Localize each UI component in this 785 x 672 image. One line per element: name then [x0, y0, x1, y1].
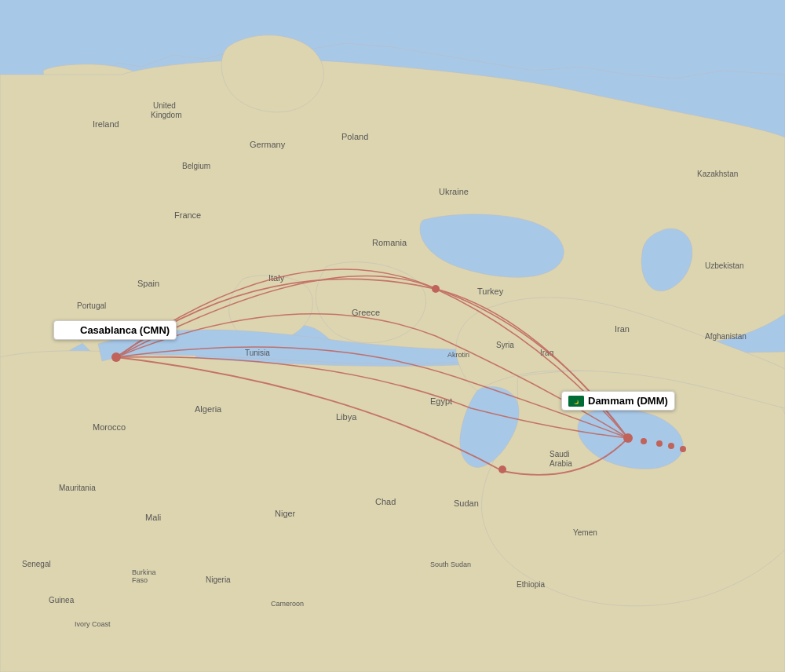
svg-text:Guinea: Guinea	[49, 596, 75, 604]
svg-text:Burkina: Burkina	[132, 568, 156, 576]
waypoint-dammam-1	[641, 438, 647, 444]
svg-text:Tunisia: Tunisia	[245, 349, 270, 357]
dammam-label-text: Dammam (DMM)	[588, 395, 668, 407]
waypoint-dammam-2	[656, 440, 663, 447]
svg-text:Ireland: Ireland	[93, 119, 119, 129]
svg-text:Faso: Faso	[132, 576, 148, 584]
svg-text:Chad: Chad	[375, 497, 396, 506]
waypoint-dammam-4	[680, 446, 686, 452]
svg-text:Portugal: Portugal	[77, 301, 106, 310]
svg-text:Yemen: Yemen	[573, 528, 597, 537]
waypoint-dammam-3	[668, 443, 674, 449]
svg-text:Germany: Germany	[250, 140, 286, 149]
svg-text:Niger: Niger	[275, 509, 296, 518]
svg-text:Ivory Coast: Ivory Coast	[75, 620, 111, 628]
svg-text:Saudi: Saudi	[550, 450, 570, 458]
waypoint-greece	[432, 285, 440, 293]
svg-text:Akrotiri: Akrotiri	[447, 351, 469, 359]
svg-text:Sudan: Sudan	[454, 499, 479, 508]
casablanca-flag	[60, 325, 76, 336]
svg-text:Turkey: Turkey	[477, 287, 504, 296]
casablanca-airport-label: Casablanca (CMN)	[53, 320, 177, 340]
svg-text:🌙: 🌙	[574, 400, 579, 405]
svg-text:Afghanistan: Afghanistan	[705, 332, 747, 341]
svg-text:Nigeria: Nigeria	[206, 575, 231, 584]
svg-text:Morocco: Morocco	[93, 422, 126, 432]
svg-text:France: France	[174, 210, 201, 220]
svg-text:Ethiopia: Ethiopia	[517, 580, 546, 589]
svg-text:Libya: Libya	[336, 412, 357, 422]
svg-text:Ukraine: Ukraine	[439, 187, 469, 196]
svg-text:Cameroon: Cameroon	[271, 600, 304, 608]
dammam-flag: 🌙	[568, 396, 584, 407]
svg-text:Mali: Mali	[145, 513, 161, 522]
svg-text:Senegal: Senegal	[22, 560, 51, 568]
svg-text:Belgium: Belgium	[182, 162, 210, 170]
svg-text:Romania: Romania	[372, 238, 407, 247]
svg-text:Kingdom: Kingdom	[151, 111, 181, 119]
map-container: Ireland United Kingdom Belgium Germany P…	[0, 0, 785, 672]
svg-text:Syria: Syria	[496, 341, 514, 349]
waypoint-redsea	[498, 466, 506, 473]
svg-text:Kazakhstan: Kazakhstan	[697, 170, 738, 178]
svg-text:Arabia: Arabia	[550, 459, 572, 468]
svg-text:United: United	[153, 101, 176, 110]
waypoint-dammam-center	[623, 433, 633, 443]
svg-text:Spain: Spain	[137, 279, 159, 288]
svg-text:South Sudan: South Sudan	[430, 561, 471, 568]
waypoint-casablanca	[111, 352, 121, 362]
svg-text:Mauritania: Mauritania	[59, 484, 96, 492]
svg-text:Iran: Iran	[615, 324, 630, 334]
svg-text:Poland: Poland	[341, 132, 368, 141]
svg-text:Algeria: Algeria	[195, 404, 222, 414]
casablanca-label-text: Casablanca (CMN)	[80, 324, 170, 336]
svg-text:Uzbekistan: Uzbekistan	[705, 261, 743, 270]
dammam-airport-label: 🌙 Dammam (DMM)	[561, 391, 675, 411]
